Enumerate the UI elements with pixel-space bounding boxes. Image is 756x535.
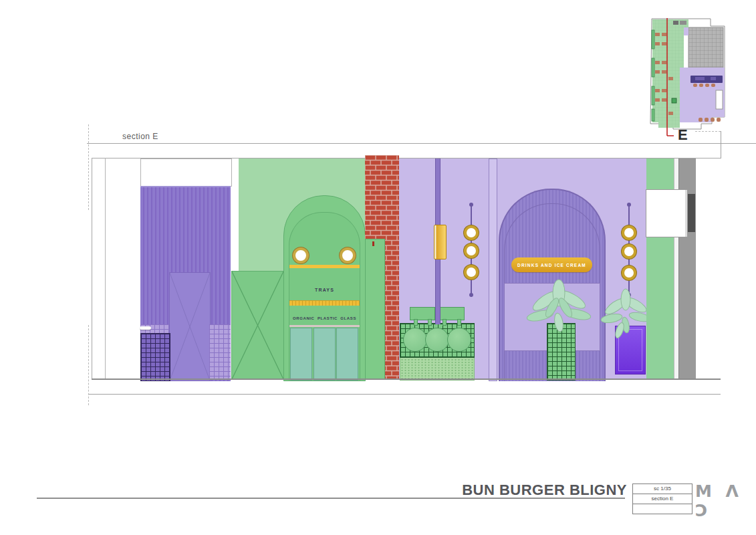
empty-cell (633, 504, 692, 514)
x-braced-panel (231, 271, 284, 380)
wall-edge-line (105, 158, 106, 380)
pendant-light-rod-left (464, 203, 479, 300)
studio-logo: M Λ Ɔ (695, 481, 756, 520)
rod-top-dot-icon (627, 203, 631, 207)
project-title: BUN BURGER BLIGNY (401, 481, 627, 499)
globe-light-icon (464, 225, 479, 240)
drinks-sign-label: DRINKS AND ICE CREAM (517, 263, 586, 268)
round-light-left-icon (293, 247, 309, 263)
white-menu-panel (646, 189, 688, 237)
drawing-sheet: section E TRAYS ORGANIC PLASTIC GLASS (0, 0, 756, 535)
globe-light-icon (622, 265, 636, 280)
globe-light-icon (622, 244, 636, 259)
floor-plan-inset (632, 10, 732, 144)
bush-left-icon (403, 328, 427, 352)
bin-label-glass: GLASS (340, 316, 356, 320)
gold-bar-light-icon (434, 225, 447, 259)
bin-label-plastic: PLASTIC (318, 316, 338, 320)
dashed-guide-left-bottom (88, 325, 89, 405)
trays-label: TRAYS (284, 288, 365, 292)
section-cell: section E (633, 494, 692, 504)
globe-light-icon (464, 243, 479, 258)
table-leg (443, 319, 447, 326)
hedge-base-planting (400, 355, 475, 381)
recycle-bin-organic (290, 328, 312, 381)
elevation-left-line (92, 158, 92, 380)
globe-light-icon (622, 225, 636, 240)
bush-middle-icon (425, 328, 449, 352)
dark-window-bar (688, 194, 695, 232)
green-table-right (438, 307, 465, 320)
wall-header-panel (140, 158, 232, 187)
bin-label-organic: ORGANIC (293, 316, 315, 320)
wall-tap-icon (140, 326, 151, 330)
round-light-right-icon (340, 247, 356, 263)
plan-white-box (716, 90, 723, 109)
scale-cell: sc 1/35 (633, 484, 692, 494)
green-pilaster-panel (365, 239, 385, 379)
door-x-brace-icon (170, 273, 210, 381)
tile-grid-light-right (209, 324, 231, 380)
section-title-label: section E (122, 132, 158, 141)
counter-edge-band (289, 325, 360, 327)
wall-divider-pilaster (489, 158, 497, 381)
recycle-bin-plastic (313, 328, 336, 381)
title-info-table: sc 1/35 section E (632, 484, 692, 514)
red-tag-mark (372, 241, 374, 246)
rod-bottom-dot-icon (469, 293, 473, 297)
globe-light-icon (464, 265, 479, 280)
plan-section-marker: E (678, 126, 688, 144)
service-door (169, 272, 211, 381)
table-leg (457, 319, 461, 326)
rod-top-dot-icon (469, 203, 473, 207)
floor-slab-line (89, 394, 721, 395)
floor-line (92, 379, 721, 380)
x-brace-icon (232, 272, 283, 379)
sorting-station-arch: TRAYS ORGANIC PLASTIC GLASS (283, 195, 366, 381)
table-leg (428, 319, 432, 326)
table-leg (414, 319, 418, 326)
green-table-left (410, 307, 435, 320)
recycle-bin-glass (336, 328, 358, 381)
yellow-stripe (289, 265, 360, 268)
dashed-guide-left-top (88, 124, 89, 210)
plan-plant-box (672, 98, 676, 103)
palm-plant-icon (520, 276, 600, 339)
drinks-sign: DRINKS AND ICE CREAM (511, 257, 592, 272)
bush-right-icon (447, 328, 471, 352)
tile-grid-dark (140, 333, 170, 381)
bin-label-row: ORGANIC PLASTIC GLASS (289, 316, 360, 320)
yellow-tick-band (289, 300, 360, 306)
